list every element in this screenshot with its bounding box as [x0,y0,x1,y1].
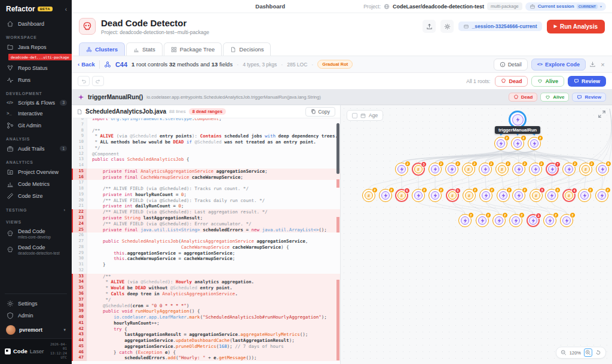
undo-button[interactable] [78,76,90,86]
graph-node[interactable]: #5 [446,189,459,202]
graph-node[interactable]: 2 [528,137,541,150]
sidebar-item-settings[interactable]: Settings [0,298,72,310]
graph-node[interactable]: 3 [545,189,558,202]
close-icon[interactable]: × [599,61,606,68]
graph-node[interactable]: #2 [362,189,375,202]
page-title-block: Dead Code Detector Project: deadcode-det… [101,18,209,35]
review-button[interactable]: Review [568,76,606,87]
graph-node[interactable]: 2 [479,189,492,202]
project-name[interactable]: CodeLaser/deadcode-detection-test [393,4,484,10]
sidebar-item-code-metrics[interactable]: Code Metrics [0,178,72,190]
graph-node[interactable]: #3 [530,189,543,202]
sidebar-item-audit-trails[interactable]: Audit Trails1 [0,143,72,155]
zoom-out-icon[interactable] [561,350,567,356]
fullscreen-icon[interactable] [598,110,606,118]
node-count-badge: 2 [553,212,559,218]
graph-node[interactable]: #2 [463,189,476,202]
graph-node[interactable]: 2 [429,189,442,202]
sidebar-item-dead-code-deadcode-detection-test[interactable]: Dead Codedeadcode-detection-test [0,242,72,258]
mark-alive-button[interactable]: Alive [531,76,564,87]
graph-node[interactable]: 2 [560,214,573,227]
export-button[interactable] [423,20,436,33]
tab-clusters[interactable]: Clusters [79,42,125,56]
sidebar-item-dead-code-miles-core-develop[interactable]: Dead Codemiles-core-develop [0,226,72,242]
chevron-right-icon[interactable]: › [64,207,66,213]
graph-node[interactable]: 8 [596,163,609,176]
age-toggle[interactable]: Age [347,110,383,121]
graph-node[interactable]: 2 [445,163,458,176]
graph-node[interactable]: 2 [512,163,525,176]
sidebar-item-repo-status[interactable]: Repo Status [0,62,72,74]
graph-node[interactable]: 2 [458,214,472,227]
graph-node[interactable]: #6 [395,189,408,202]
redo-button[interactable] [92,76,104,86]
graph-node[interactable]: 2 [494,137,507,150]
tab-decisions[interactable]: Decisions [223,42,271,56]
sidebar-item-scripts-flows[interactable]: </>Scripts & Flows3 [0,97,72,108]
graph-panel[interactable]: Age 2222#322#22#22272#28#22#622#5#2222#3… [341,105,612,364]
graph-node[interactable]: 2 [511,137,524,150]
graph-node[interactable]: 2 [497,189,510,202]
sidebar-item-code-size[interactable]: Code Size [0,190,72,202]
line-number: 13 [73,157,87,163]
graph-node[interactable]: 2 [543,214,556,227]
reset-view-icon[interactable] [595,350,601,356]
run-analysis-button[interactable]: ▶ Run Analysis [547,20,605,33]
sidebar-item-label: Repo Status [18,65,48,71]
graph-node[interactable]: 2 [562,163,576,176]
sidebar-collapse-icon[interactable]: ‹ [65,6,67,13]
explore-code-button[interactable]: <>Explore Code [531,59,586,71]
scrollbar-thumb[interactable] [336,123,339,174]
graph-node[interactable]: 2 [412,189,425,202]
code-text: /** [87,128,100,134]
sidebar-active-repo-badge[interactable]: deadcode-det...ulti-package [8,54,72,60]
code-text: /** ALIVE FIELD (via @Scheduled): Tracks… [87,198,265,204]
session-selector[interactable]: Current session CURRENT ▾ [525,2,606,11]
graph-node[interactable]: #3 [412,163,425,176]
page-header-actions: _session-33254666-current ▶ Run Analysis [423,20,605,33]
graph-node[interactable]: 3 [527,214,540,227]
graph-node[interactable]: 2 [479,163,492,176]
mark-dead-button[interactable]: Dead [495,76,528,87]
code-scroll-area[interactable]: 6import org.springframework.stereotype.C… [72,118,340,364]
mark-dead-button[interactable]: Dead [509,93,538,102]
graph-node[interactable]: 2 [395,163,408,176]
settings-button[interactable] [440,20,454,33]
graph-node[interactable]: 2 [509,214,522,227]
graph-node[interactable]: #4 [562,189,576,202]
back-button[interactable]: ‹Back [78,61,95,68]
graph-node[interactable]: 2 [492,214,506,227]
sidebar-item-admin[interactable]: Admin [0,310,72,322]
review-button[interactable]: Review [572,93,606,102]
age-checkbox[interactable] [352,113,357,118]
sidebar-user[interactable]: pvremort ▾ [0,322,72,338]
graph-node[interactable]: 7 [546,163,559,176]
session-chip[interactable]: _session-33254666-current [458,22,541,31]
graph-node[interactable]: 2 [476,214,489,227]
mark-alive-button[interactable]: Alive [540,93,569,102]
graph-node[interactable]: 2 [429,163,442,176]
sidebar-item-java-repos[interactable]: Java Repos [0,41,72,53]
timestamp: 2026-04-0113:12:24 UTC [47,342,67,360]
sidebar-item-dashboard[interactable]: Dashboard [0,18,72,30]
sidebar-item-git-admin[interactable]: Git Admin [0,120,72,131]
chevron-left-icon: ‹ [78,61,79,68]
graph-node[interactable]: 2 [379,189,392,202]
download-icon[interactable] [589,61,596,68]
graph-node[interactable]: 2 [512,189,525,202]
graph-node[interactable]: 2 [529,163,542,176]
node-count-badge: 2 [537,135,543,141]
graph-node[interactable]: 2 [595,189,608,202]
copy-button[interactable]: Copy [305,107,335,117]
sidebar-item-runs[interactable]: Runs [0,74,72,86]
tab-stats[interactable]: Stats [126,42,163,56]
graph-node[interactable]: #2 [462,163,475,176]
sidebar-item-project-overview[interactable]: Project Overview [0,166,72,178]
graph-node[interactable]: #2 [579,163,592,176]
graph-node[interactable]: 2 [578,189,591,202]
sidebar-item-interactive[interactable]: >_Interactive [0,108,72,119]
tab-package-tree[interactable]: Package Tree [164,42,222,56]
graph-node[interactable]: #2 [495,163,509,176]
detail-button[interactable]: Detail [494,59,528,71]
zoom-in-button[interactable] [584,348,592,357]
